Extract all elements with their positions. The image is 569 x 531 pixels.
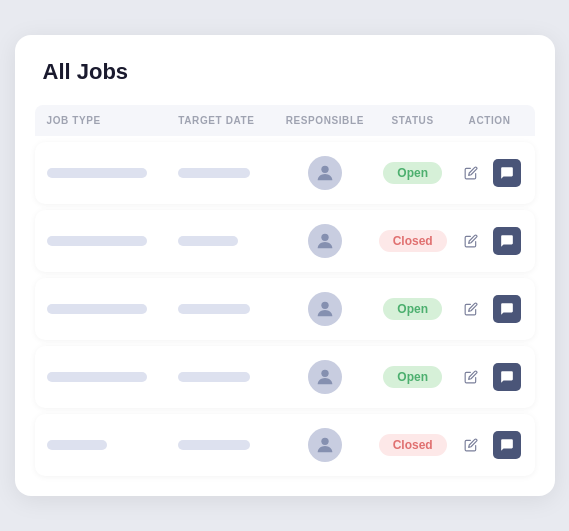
- col-header-job-type: JOB TYPE: [47, 115, 179, 126]
- status-cell: Closed: [369, 434, 457, 456]
- job-type-placeholder: [47, 372, 147, 382]
- job-type-cell: [47, 304, 179, 314]
- action-cell: [457, 159, 523, 187]
- target-date-placeholder: [178, 304, 250, 314]
- job-type-cell: [47, 372, 179, 382]
- svg-point-4: [321, 438, 328, 445]
- action-cell: [457, 431, 523, 459]
- responsible-cell: [281, 292, 369, 326]
- target-date-placeholder: [178, 372, 250, 382]
- table-body: Open: [35, 142, 535, 476]
- message-icon[interactable]: [493, 363, 521, 391]
- message-icon[interactable]: [493, 295, 521, 323]
- job-type-cell: [47, 440, 179, 450]
- message-icon[interactable]: [493, 227, 521, 255]
- responsible-cell: [281, 224, 369, 258]
- action-cell: [457, 363, 523, 391]
- target-date-placeholder: [178, 236, 238, 246]
- responsible-cell: [281, 428, 369, 462]
- svg-point-0: [321, 166, 328, 173]
- avatar: [308, 156, 342, 190]
- job-type-cell: [47, 168, 179, 178]
- target-date-cell: [178, 372, 281, 382]
- avatar: [308, 428, 342, 462]
- message-icon[interactable]: [493, 431, 521, 459]
- col-header-responsible: RESPONSIBLE: [281, 115, 369, 126]
- action-cell: [457, 295, 523, 323]
- responsible-cell: [281, 360, 369, 394]
- job-type-placeholder: [47, 236, 147, 246]
- avatar: [308, 360, 342, 394]
- target-date-cell: [178, 236, 281, 246]
- responsible-cell: [281, 156, 369, 190]
- target-date-cell: [178, 304, 281, 314]
- target-date-cell: [178, 440, 281, 450]
- status-badge: Closed: [379, 230, 447, 252]
- status-cell: Open: [369, 298, 457, 320]
- col-header-action: ACTION: [457, 115, 523, 126]
- table-row: Open: [35, 346, 535, 408]
- table-row: Closed: [35, 414, 535, 476]
- status-cell: Closed: [369, 230, 457, 252]
- target-date-placeholder: [178, 168, 250, 178]
- job-type-cell: [47, 236, 179, 246]
- avatar: [308, 292, 342, 326]
- svg-point-3: [321, 370, 328, 377]
- edit-icon[interactable]: [457, 363, 485, 391]
- status-cell: Open: [369, 366, 457, 388]
- edit-icon[interactable]: [457, 295, 485, 323]
- job-type-placeholder: [47, 168, 147, 178]
- job-type-placeholder: [47, 304, 147, 314]
- status-badge: Open: [383, 366, 442, 388]
- target-date-cell: [178, 168, 281, 178]
- table-header: JOB TYPE TARGET DATE RESPONSIBLE STATUS …: [35, 105, 535, 136]
- page-title: All Jobs: [35, 59, 535, 85]
- job-type-placeholder: [47, 440, 107, 450]
- status-cell: Open: [369, 162, 457, 184]
- svg-point-2: [321, 302, 328, 309]
- edit-icon[interactable]: [457, 431, 485, 459]
- action-cell: [457, 227, 523, 255]
- edit-icon[interactable]: [457, 227, 485, 255]
- message-icon[interactable]: [493, 159, 521, 187]
- col-header-status: STATUS: [369, 115, 457, 126]
- edit-icon[interactable]: [457, 159, 485, 187]
- avatar: [308, 224, 342, 258]
- status-badge: Open: [383, 298, 442, 320]
- target-date-placeholder: [178, 440, 250, 450]
- status-badge: Open: [383, 162, 442, 184]
- svg-point-1: [321, 234, 328, 241]
- table-row: Closed: [35, 210, 535, 272]
- table-row: Open: [35, 142, 535, 204]
- table-row: Open: [35, 278, 535, 340]
- all-jobs-card: All Jobs JOB TYPE TARGET DATE RESPONSIBL…: [15, 35, 555, 496]
- status-badge: Closed: [379, 434, 447, 456]
- col-header-target-date: TARGET DATE: [178, 115, 281, 126]
